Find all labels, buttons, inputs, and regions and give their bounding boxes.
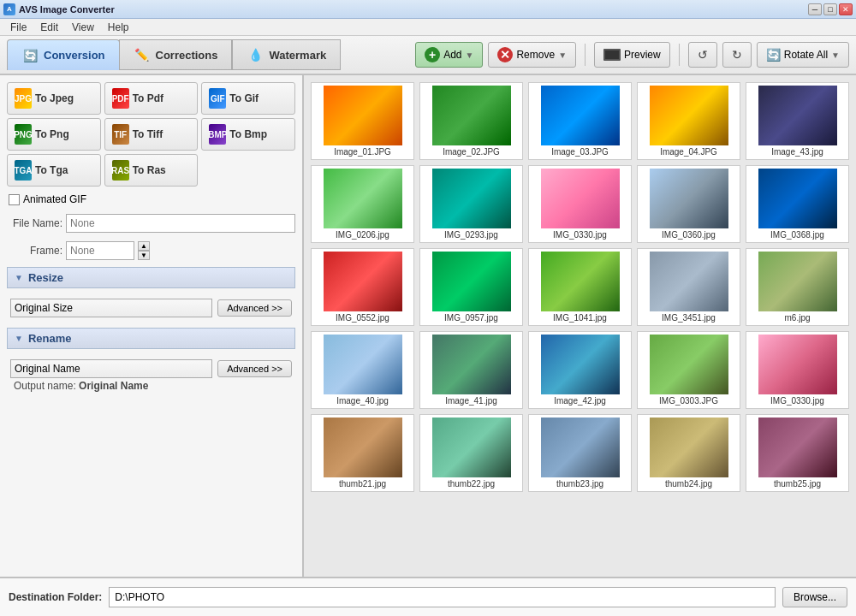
thumb-label-24: thumb25.jpg [774, 479, 821, 489]
main-content: JPG To Jpeg PDF To Pdf GIF To Gif PNG To… [0, 75, 856, 577]
thumb-label-21: thumb22.jpg [448, 479, 495, 489]
resize-select[interactable]: Original Size Custom Size 640x480 800x60… [10, 299, 212, 317]
image-thumb-0[interactable]: Image_01.JPG [311, 82, 414, 160]
right-panel: Image_01.JPGImage_02.JPGImage_03.JPGImag… [304, 75, 856, 577]
image-thumb-7[interactable]: IMG_0330.jpg [528, 165, 632, 243]
toolbar-divider-2 [679, 44, 680, 66]
rename-select[interactable]: Original Name Custom Name Numbered [10, 359, 212, 378]
thumb-label-1: Image_02.JPG [443, 147, 500, 157]
image-thumb-6[interactable]: IMG_0293.jpg [419, 165, 523, 243]
image-thumb-9[interactable]: IMG_0368.jpg [746, 165, 849, 243]
add-button[interactable]: + Add ▼ [415, 42, 483, 68]
file-name-input[interactable] [66, 214, 295, 233]
remove-button[interactable]: ✕ Remove ▼ [488, 42, 576, 68]
thumb-label-2: Image_03.JPG [551, 147, 609, 157]
minimize-button[interactable]: ─ [808, 3, 822, 15]
browse-button[interactable]: Browse... [782, 587, 847, 607]
image-thumb-4[interactable]: Image_43.jpg [746, 82, 849, 160]
tab-watermark[interactable]: 💧 Watermark [232, 39, 341, 70]
tiff-icon: TIF [112, 124, 129, 145]
image-thumb-16[interactable]: Image_41.jpg [419, 331, 523, 409]
thumb-label-4: Image_43.jpg [771, 147, 823, 157]
close-button[interactable]: ✕ [839, 3, 853, 15]
menu-edit[interactable]: Edit [33, 20, 65, 35]
frame-input[interactable] [66, 241, 134, 260]
left-panel: JPG To Jpeg PDF To Pdf GIF To Gif PNG To… [0, 75, 304, 577]
format-jpeg-button[interactable]: JPG To Jpeg [7, 82, 101, 115]
image-thumb-23[interactable]: thumb24.jpg [637, 414, 740, 492]
thumb-image-19 [758, 335, 837, 394]
thumb-label-20: thumb21.jpg [339, 479, 386, 489]
pdf-label: To Pdf [133, 92, 163, 104]
destination-input[interactable] [109, 587, 776, 607]
resize-advanced-button[interactable]: Advanced >> [217, 299, 292, 317]
format-png-button[interactable]: PNG To Png [7, 118, 101, 151]
image-thumb-22[interactable]: thumb23.jpg [528, 414, 632, 492]
tab-conversion-label: Conversion [44, 49, 105, 62]
rename-header-label: Rename [28, 332, 72, 345]
frame-row: Frame: ▲ ▼ [7, 240, 295, 262]
format-gif-button[interactable]: GIF To Gif [201, 82, 295, 115]
format-pdf-button[interactable]: PDF To Pdf [104, 82, 199, 115]
image-thumb-3[interactable]: Image_04.JPG [637, 82, 740, 160]
thumb-image-16 [432, 335, 511, 394]
app-title: AVS Image Converter [19, 4, 115, 15]
output-name-row: Output name: Original Name [10, 378, 292, 394]
thumb-image-0 [324, 86, 402, 145]
jpeg-icon: JPG [15, 88, 32, 109]
image-thumb-17[interactable]: Image_42.jpg [528, 331, 632, 409]
menu-view[interactable]: View [65, 20, 101, 35]
thumb-image-11 [432, 252, 511, 311]
rotate-left-button[interactable]: ↺ [688, 42, 717, 68]
animated-gif-checkbox[interactable] [9, 194, 20, 205]
thumb-label-8: IMG_0360.jpg [662, 230, 716, 240]
image-thumb-14[interactable]: m6.jpg [746, 248, 849, 326]
format-tga-button[interactable]: TGA To Tga [7, 154, 101, 187]
thumb-label-22: thumb23.jpg [556, 479, 603, 489]
menu-file[interactable]: File [3, 20, 33, 35]
image-grid-container[interactable]: Image_01.JPGImage_02.JPGImage_03.JPGImag… [304, 75, 856, 577]
image-thumb-2[interactable]: Image_03.JPG [528, 82, 632, 160]
format-ras-button[interactable]: RAS To Ras [104, 154, 199, 187]
image-thumb-20[interactable]: thumb21.jpg [311, 414, 414, 492]
gif-icon: GIF [209, 88, 226, 109]
image-thumb-13[interactable]: IMG_3451.jpg [637, 248, 740, 326]
image-thumb-15[interactable]: Image_40.jpg [311, 331, 414, 409]
image-thumb-12[interactable]: IMG_1041.jpg [528, 248, 632, 326]
thumb-image-20 [324, 418, 402, 477]
rotate-right-button[interactable]: ↻ [722, 42, 752, 68]
image-thumb-5[interactable]: IMG_0206.jpg [311, 165, 414, 243]
format-tiff-button[interactable]: TIF To Tiff [104, 118, 199, 151]
image-thumb-24[interactable]: thumb25.jpg [746, 414, 849, 492]
menu-help[interactable]: Help [101, 20, 136, 35]
format-bmp-button[interactable]: BMP To Bmp [201, 118, 295, 151]
frame-spin-up[interactable]: ▲ [138, 241, 150, 251]
app-icon: A [3, 3, 15, 15]
rotate-all-button[interactable]: 🔄 Rotate All ▼ [757, 42, 849, 68]
animated-gif-label: Animated GIF [23, 193, 86, 205]
bmp-label: To Bmp [229, 128, 267, 140]
frame-spinner: ▲ ▼ [138, 241, 150, 260]
preview-button[interactable]: Preview [594, 42, 670, 68]
image-thumb-19[interactable]: IMG_0330.jpg [746, 331, 849, 409]
thumb-image-21 [432, 418, 511, 477]
image-thumb-21[interactable]: thumb22.jpg [419, 414, 523, 492]
image-thumb-10[interactable]: IMG_0552.jpg [311, 248, 414, 326]
destination-folder-row: Destination Folder: Browse... [9, 587, 847, 607]
tab-conversion[interactable]: 🔄 Conversion [7, 39, 120, 70]
frame-spin-down[interactable]: ▼ [138, 251, 150, 260]
rotate-all-icon: 🔄 [766, 48, 781, 62]
resize-section-header[interactable]: ▼ Resize [7, 267, 295, 288]
rename-advanced-button[interactable]: Advanced >> [217, 360, 292, 377]
image-thumb-1[interactable]: Image_02.JPG [419, 82, 523, 160]
ras-label: To Ras [133, 164, 166, 176]
tab-corrections[interactable]: ✏️ Corrections [119, 39, 233, 70]
image-thumb-8[interactable]: IMG_0360.jpg [637, 165, 740, 243]
thumb-image-8 [650, 169, 728, 228]
image-thumb-11[interactable]: IMG_0957.jpg [419, 248, 523, 326]
rename-section-header[interactable]: ▼ Rename [7, 328, 295, 349]
maximize-button[interactable]: □ [823, 3, 837, 15]
image-thumb-18[interactable]: IMG_0303.JPG [637, 331, 740, 409]
menu-bar: File Edit View Help [0, 19, 856, 36]
output-name-value: Original Name [79, 380, 148, 392]
